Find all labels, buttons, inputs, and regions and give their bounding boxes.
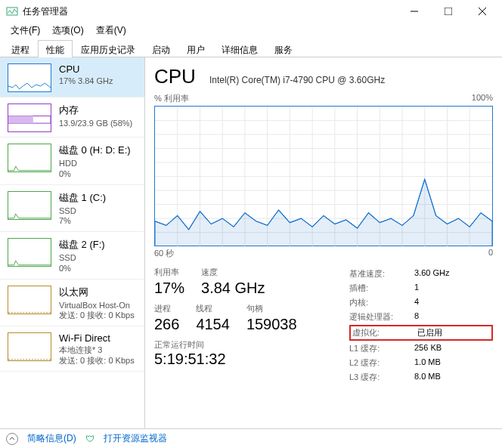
- minimize-button[interactable]: [397, 1, 431, 22]
- spec-key: L2 缓存:: [349, 357, 414, 369]
- sidebar-item-sub: HDD: [59, 159, 131, 169]
- spec-val: 1.0 MB: [414, 357, 441, 369]
- sidebar-item-title: 磁盘 1 (C:): [59, 191, 106, 205]
- menu-file[interactable]: 文件(F): [5, 23, 46, 39]
- sidebar-item-sub2: 发送: 0 接收: 0 Kbps: [59, 356, 135, 366]
- spec-row: L2 缓存:1.0 MB: [349, 356, 493, 370]
- sidebar-item-5[interactable]: 以太网VirtualBox Host-On发送: 0 接收: 0 Kbps: [0, 280, 144, 327]
- stat-value: 3.84 GHz: [201, 280, 265, 297]
- spec-key: 虚拟化:: [352, 327, 417, 338]
- sidebar-item-6[interactable]: Wi-Fi Direct本地连接* 3发送: 0 接收: 0 Kbps: [0, 326, 144, 372]
- chart-ymax: 100%: [472, 93, 493, 104]
- stat-label: 线程: [196, 303, 230, 314]
- sidebar-item-sub: 本地连接* 3: [59, 345, 135, 356]
- chart-xmin: 0: [488, 248, 493, 259]
- thumb-icon: [8, 144, 51, 172]
- spec-row: 内核:4: [349, 295, 493, 310]
- sidebar-item-sub: SSD: [59, 253, 105, 264]
- sidebar-item-title: 磁盘 2 (F:): [59, 238, 105, 252]
- thumb-icon: [8, 286, 51, 314]
- menubar: 文件(F) 选项(O) 查看(V): [0, 23, 502, 39]
- sidebar-item-sub: 17% 3.84 GHz: [59, 76, 113, 87]
- collapse-button[interactable]: [6, 433, 18, 445]
- spec-row: L1 缓存:256 KB: [349, 341, 493, 356]
- sidebar-item-sub: 13.9/23.9 GB (58%): [59, 119, 132, 129]
- maximize-button[interactable]: [431, 1, 465, 22]
- app-icon: [6, 5, 18, 17]
- tab-4[interactable]: 用户: [178, 40, 213, 57]
- sidebar-item-sub2: 0%: [59, 169, 131, 180]
- spec-val: 8.0 MB: [414, 372, 441, 383]
- sidebar-item-sub2: 0%: [59, 264, 105, 274]
- spec-key: 基准速度:: [349, 268, 414, 280]
- svg-rect-6: [8, 116, 33, 123]
- uptime-label: 正常运行时间: [154, 339, 337, 351]
- thumb-icon: [8, 63, 51, 92]
- spec-val: 8: [414, 311, 419, 323]
- spec-key: 插槽:: [349, 283, 414, 294]
- stat-value: 266: [154, 316, 179, 333]
- spec-val: 256 KB: [414, 343, 442, 354]
- sidebar-item-0[interactable]: CPU17% 3.84 GHz: [0, 57, 144, 97]
- sidebar-item-sub: SSD: [59, 206, 106, 217]
- stat-label: 速度: [201, 267, 265, 278]
- chart-ylabel: % 利用率: [154, 93, 189, 104]
- spec-val: 1: [414, 283, 419, 294]
- spec-key: 逻辑处理器:: [349, 311, 414, 323]
- stat-label: 进程: [154, 303, 179, 314]
- tab-5[interactable]: 详细信息: [213, 40, 266, 57]
- close-button[interactable]: [465, 1, 499, 22]
- spec-key: L1 缓存:: [349, 343, 414, 354]
- stat: 线程4154: [196, 303, 230, 333]
- sidebar-item-3[interactable]: 磁盘 1 (C:)SSD7%: [0, 185, 144, 233]
- spec-key: 内核:: [349, 297, 414, 308]
- sidebar: CPU17% 3.84 GHz内存13.9/23.9 GB (58%)磁盘 0 …: [0, 57, 145, 428]
- cpu-chart: [154, 106, 493, 246]
- page-title: CPU: [154, 65, 196, 88]
- uptime-value: 5:19:51:32: [154, 351, 337, 368]
- sidebar-item-title: Wi-Fi Direct: [59, 332, 135, 344]
- cpu-name: Intel(R) Core(TM) i7-4790 CPU @ 3.60GHz: [209, 75, 385, 85]
- thumb-icon: [8, 104, 51, 132]
- stat-label: 句柄: [246, 303, 297, 314]
- sidebar-item-2[interactable]: 磁盘 0 (H: D: E:)HDD0%: [0, 137, 144, 185]
- menu-view[interactable]: 查看(V): [90, 23, 132, 39]
- thumb-icon: [8, 238, 51, 267]
- sidebar-item-sub: VirtualBox Host-On: [59, 301, 135, 311]
- brief-info-link[interactable]: 简略信息(D): [27, 432, 76, 445]
- tab-2[interactable]: 应用历史记录: [73, 40, 144, 57]
- tabbar: 进程性能应用历史记录启动用户详细信息服务: [0, 39, 502, 57]
- spec-row: L3 缓存:8.0 MB: [349, 370, 493, 385]
- chart-xlabel: 60 秒: [154, 248, 174, 259]
- window-title: 任务管理器: [23, 5, 397, 18]
- stat-label: 利用率: [154, 267, 184, 278]
- sidebar-item-4[interactable]: 磁盘 2 (F:)SSD0%: [0, 232, 144, 280]
- stat: 利用率17%: [154, 267, 184, 297]
- shield-icon: 🛡: [85, 434, 95, 444]
- tab-6[interactable]: 服务: [266, 40, 301, 57]
- sidebar-item-sub2: 发送: 0 接收: 0 Kbps: [59, 311, 135, 321]
- sidebar-item-title: CPU: [59, 63, 113, 75]
- spec-row: 逻辑处理器:8: [349, 310, 493, 324]
- thumb-icon: [8, 332, 51, 361]
- spec-val: 3.60 GHz: [414, 268, 449, 280]
- tab-3[interactable]: 启动: [144, 40, 178, 57]
- stat: 句柄159038: [246, 303, 297, 333]
- sidebar-item-1[interactable]: 内存13.9/23.9 GB (58%): [0, 97, 144, 137]
- stat: 进程266: [154, 303, 179, 333]
- tab-1[interactable]: 性能: [38, 40, 73, 57]
- spec-row: 虚拟化:已启用: [349, 325, 493, 341]
- stat-value: 159038: [246, 316, 297, 333]
- stat-value: 4154: [196, 316, 230, 333]
- sidebar-item-sub2: 7%: [59, 216, 106, 227]
- tab-0[interactable]: 进程: [3, 40, 38, 57]
- stat-value: 17%: [154, 280, 184, 297]
- sidebar-item-title: 内存: [59, 104, 132, 117]
- stat: 速度3.84 GHz: [201, 267, 265, 297]
- resource-monitor-link[interactable]: 打开资源监视器: [104, 432, 167, 445]
- svg-rect-2: [445, 8, 452, 15]
- sidebar-item-title: 以太网: [59, 286, 135, 299]
- menu-options[interactable]: 选项(O): [46, 23, 89, 39]
- spec-val: 已启用: [417, 327, 442, 338]
- thumb-icon: [8, 191, 51, 220]
